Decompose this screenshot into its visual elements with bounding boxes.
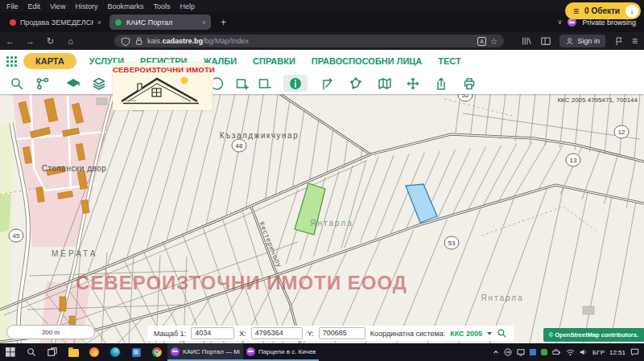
zoom-in-box-button[interactable] — [231, 75, 254, 92]
objects-badge[interactable]: ≡ 0 Обекти ↓ — [565, 2, 641, 19]
signin-button[interactable]: Sign in — [559, 35, 605, 47]
bookmark-star-icon[interactable]: ☆ — [490, 37, 497, 46]
nav-item-spravki[interactable]: СПРАВКИ — [253, 56, 295, 66]
task-title: Парцели в с. Кичево... — [258, 348, 316, 355]
coordinates-search-icon[interactable] — [497, 328, 507, 338]
wifi-icon[interactable] — [566, 349, 575, 356]
tab-bar: Продава ЗЕМЕДЕЛСКА ЗЕМЯ в × КАИС Портал … — [0, 12, 644, 32]
pan-button[interactable] — [402, 75, 424, 92]
osm-attribution[interactable]: © OpenStreetMap contributors. — [543, 328, 644, 342]
menu-edit[interactable]: Edit — [28, 2, 41, 10]
scale-input[interactable]: 4034 — [191, 327, 234, 339]
search-icon — [27, 347, 36, 357]
measure-button[interactable] — [316, 75, 339, 92]
taskbar-search-button[interactable] — [21, 343, 42, 361]
task-title: КАИС Портал — Mo... — [183, 348, 240, 355]
language-indicator[interactable]: БГР — [592, 349, 605, 356]
menu-view[interactable]: View — [50, 2, 65, 10]
x-input[interactable]: 4795364 — [251, 327, 303, 339]
objects-menu-icon: ≡ — [573, 6, 579, 17]
tab-kais-portal[interactable]: КАИС Портал × — [109, 14, 211, 30]
house-logo-icon — [115, 74, 210, 106]
polygon-select-button[interactable] — [345, 75, 368, 92]
file-explorer-button[interactable] — [63, 343, 84, 361]
map-toolbar — [0, 72, 644, 94]
layer-button[interactable] — [62, 75, 85, 92]
nav-item-test[interactable]: ТЕСТ — [438, 56, 460, 66]
firefox-icon — [89, 347, 99, 357]
notifications-icon[interactable] — [630, 348, 639, 356]
task-kais-portal[interactable]: КАИС Портал — Mo... — [167, 343, 243, 361]
scale-bar: 200 m — [6, 325, 95, 339]
rect-minus-icon — [258, 76, 272, 91]
start-button[interactable] — [0, 343, 21, 361]
sync-icon[interactable] — [504, 348, 512, 356]
menu-history[interactable]: History — [75, 2, 97, 10]
measure-icon — [320, 76, 335, 91]
tab-close-icon[interactable]: × — [202, 18, 206, 27]
search-tool-button[interactable] — [6, 75, 28, 92]
menu-help[interactable]: Help — [180, 2, 195, 10]
download-icon[interactable]: ↓ — [625, 5, 638, 18]
edge-button[interactable] — [105, 343, 126, 361]
hidden-icons-chevron-icon[interactable] — [493, 349, 499, 355]
print-button[interactable] — [458, 75, 481, 92]
scale-label: Мащаб 1: — [154, 330, 186, 338]
library-icon[interactable] — [521, 35, 532, 47]
edge-icon — [110, 347, 120, 357]
forward-icon[interactable]: → — [20, 32, 40, 50]
related-objects-button[interactable] — [31, 75, 54, 92]
url-bar[interactable]: kais.cadastre.bg/bg/Map/Index A ☆ — [114, 35, 504, 47]
new-tab-button[interactable]: + — [221, 17, 226, 28]
export-icon — [434, 76, 448, 91]
tab-favicon — [114, 18, 122, 27]
lock-icon — [134, 36, 143, 46]
nav-item-pravosposobni[interactable]: ПРАВОСПОСОБНИ ЛИЦА — [312, 56, 423, 66]
shield-icon[interactable] — [121, 36, 130, 47]
export-button[interactable] — [430, 75, 452, 92]
translate-icon[interactable]: A — [477, 37, 486, 46]
layer-icon — [66, 76, 80, 91]
app-tray-icon[interactable] — [530, 349, 536, 355]
layers-stack-icon — [92, 76, 106, 91]
y-input[interactable]: 700685 — [319, 327, 365, 339]
reload-icon[interactable]: ↻ — [40, 32, 60, 50]
firefox-button[interactable] — [84, 343, 105, 361]
speaker-icon[interactable] — [580, 348, 588, 356]
crs-caret-icon[interactable] — [487, 332, 492, 335]
battery-pen-icon[interactable] — [552, 349, 561, 356]
chevron-down-icon[interactable]: ∨ — [558, 18, 563, 26]
sidebar-icon[interactable] — [540, 35, 551, 47]
firefox-private-icon — [171, 347, 180, 356]
menu-file[interactable]: File — [6, 2, 19, 10]
extension-icon[interactable] — [613, 36, 624, 47]
nav-item-karta[interactable]: КАРТА — [23, 53, 76, 69]
antivirus-icon[interactable] — [541, 349, 547, 355]
apps-grid-icon[interactable] — [6, 56, 17, 67]
zoom-out-box-button[interactable] — [254, 75, 276, 92]
windows-taskbar: КАИС Портал — Mo... Парцели в с. Кичево.… — [0, 343, 644, 361]
home-icon[interactable]: ⌂ — [60, 32, 80, 50]
layers-stack-button[interactable] — [88, 75, 110, 92]
label-coord-note: ККС 2005 4795471, 700144 — [557, 96, 638, 104]
svg-text:45: 45 — [13, 232, 20, 240]
task-parceli-kichevo[interactable]: Парцели в с. Кичево... — [243, 343, 319, 361]
menu-tools[interactable]: Tools — [153, 2, 170, 10]
site-navigation: КАРТА УСЛУГИ РЕГИСТРИ ЖАЛБИ СПРАВКИ ПРАВ… — [0, 50, 644, 73]
signin-label: Sign in — [577, 37, 600, 45]
tab-close-icon[interactable]: × — [97, 18, 101, 27]
tab-prodava[interactable]: Продава ЗЕМЕДЕЛСКА ЗЕМЯ в × — [5, 14, 106, 30]
app-menu-icon[interactable]: ≡ — [632, 35, 638, 47]
task-view-button[interactable] — [42, 343, 63, 361]
atlas-button[interactable] — [374, 75, 396, 92]
menu-bookmarks[interactable]: Bookmarks — [107, 2, 143, 10]
crs-select[interactable]: ККС 2005 — [450, 330, 482, 338]
display-icon[interactable] — [517, 349, 525, 356]
printer-icon — [462, 76, 477, 91]
info-tool-button[interactable] — [283, 75, 308, 92]
back-icon[interactable]: ← — [0, 32, 20, 50]
photos-button[interactable] — [126, 343, 147, 361]
clock[interactable]: 12:51 — [609, 349, 625, 356]
chrome-button[interactable] — [147, 343, 167, 361]
cadastral-map-canvas[interactable]: 45 48 52 12 13 53 Стопански двор Къзалдж… — [0, 94, 644, 343]
